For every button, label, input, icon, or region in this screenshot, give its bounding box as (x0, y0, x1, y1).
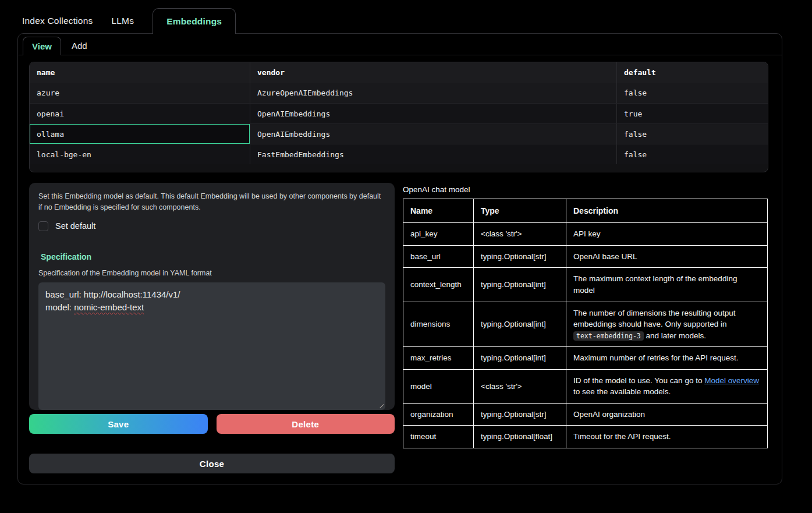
specification-heading: Specification (38, 252, 385, 261)
column-header-name: name (30, 62, 250, 83)
set-default-description: Set this Embedding model as default. Thi… (38, 191, 385, 214)
doc-cell-name: context_length (403, 268, 474, 302)
code-chip: text-embedding-3 (573, 331, 644, 341)
doc-cell-description: The number of dimensions the resulting o… (566, 302, 768, 347)
doc-row-context_length: context_lengthtyping.Optional[int]The ma… (403, 268, 768, 302)
tab-llms[interactable]: LLMs (102, 8, 143, 34)
cell-name[interactable]: azure (30, 83, 250, 103)
close-button[interactable]: Close (29, 454, 395, 473)
embeddings-panel: ViewAdd namevendordefault azureAzureOpen… (17, 33, 782, 484)
cell-name[interactable]: local-bge-en (30, 144, 250, 164)
doc-row-base_url: base_urltyping.Optional[str]OpenAI base … (403, 245, 768, 268)
table-row-openai[interactable]: openaiOpenAIEmbeddingstrue (30, 103, 768, 123)
cell-default[interactable]: true (616, 104, 768, 123)
doc-row-dimensions: dimensionstyping.Optional[int]The number… (403, 302, 768, 347)
table-row-ollama[interactable]: ollamaOpenAIEmbeddingsfalse (30, 123, 768, 144)
doc-cell-name: dimensions (403, 302, 474, 347)
cell-name[interactable]: ollama (30, 124, 250, 144)
doc-cell-name: max_retries (403, 347, 474, 370)
yaml-line-1: base_url: http://localhost:11434/v1/ (45, 288, 378, 302)
doc-cell-description: OpenAI organization (566, 403, 768, 426)
doc-cell-type: typing.Optional[int] (474, 347, 566, 370)
doc-column-type: Type (474, 199, 566, 223)
doc-row-api_key: api_key<class 'str'>API key (403, 223, 768, 246)
tab-index-collections[interactable]: Index Collections (17, 8, 102, 34)
doc-cell-type: typing.Optional[int] (474, 302, 566, 347)
doc-cell-type: typing.Optional[int] (474, 268, 566, 302)
model-doc-column: OpenAI chat model NameTypeDescription ap… (403, 185, 768, 448)
doc-cell-type: typing.Optional[str] (474, 245, 566, 268)
set-default-label: Set default (55, 221, 95, 231)
doc-cell-name: timeout (403, 426, 474, 448)
model-doc-header: NameTypeDescription (403, 199, 768, 223)
doc-cell-description: ID of the model to use. You can go to Mo… (566, 369, 768, 403)
default-and-spec-panel: Set this Embedding model as default. Thi… (29, 183, 395, 410)
subtab-view[interactable]: View (23, 37, 61, 55)
cell-default[interactable]: false (616, 144, 768, 164)
model-doc-body: api_key<class 'str'>API keybase_urltypin… (403, 223, 768, 448)
doc-row-organization: organizationtyping.Optional[str]OpenAI o… (403, 403, 768, 426)
cell-vendor[interactable]: AzureOpenAIEmbeddings (250, 83, 616, 103)
delete-button[interactable]: Delete (217, 414, 395, 434)
doc-cell-type: typing.Optional[float] (474, 426, 566, 448)
doc-cell-description: Timeout for the API request. (566, 426, 768, 448)
doc-row-model: model<class 'str'>ID of the model to use… (403, 369, 768, 403)
embeddings-table: namevendordefault azureAzureOpenAIEmbedd… (29, 62, 768, 172)
cell-vendor[interactable]: OpenAIEmbeddings (250, 124, 616, 144)
cell-name[interactable]: openai (30, 104, 250, 123)
doc-cell-type: typing.Optional[str] (474, 403, 566, 426)
main-tabs: Index CollectionsLLMsEmbeddings (17, 8, 236, 34)
detail-column: Set this Embedding model as default. Thi… (29, 183, 395, 473)
embeddings-table-header: namevendordefault (30, 62, 768, 83)
table-row-azure[interactable]: azureAzureOpenAIEmbeddingsfalse (30, 83, 768, 103)
doc-cell-name: model (403, 369, 474, 403)
cell-default[interactable]: false (616, 83, 768, 103)
embeddings-table-body: azureAzureOpenAIEmbeddingsfalseopenaiOpe… (30, 83, 768, 164)
doc-cell-name: api_key (403, 223, 474, 246)
doc-cell-type: <class 'str'> (474, 223, 566, 246)
doc-column-name: Name (403, 199, 474, 223)
tab-embeddings[interactable]: Embeddings (153, 8, 236, 34)
action-buttons: Save Delete (29, 414, 395, 434)
doc-row-max_retries: max_retriestyping.Optional[int]Maximum n… (403, 347, 768, 370)
cell-default[interactable]: false (616, 124, 768, 144)
model-overview-link[interactable]: Model overview (704, 376, 759, 385)
cell-vendor[interactable]: FastEmbedEmbeddings (250, 144, 616, 164)
doc-cell-description: API key (566, 223, 768, 246)
doc-cell-type: <class 'str'> (474, 369, 566, 403)
resize-grip-icon[interactable] (377, 402, 384, 408)
specification-subtitle: Specification of the Embedding model in … (38, 269, 385, 277)
subtab-add[interactable]: Add (61, 37, 98, 55)
set-default-checkbox[interactable] (38, 221, 48, 231)
table-row-local-bge-en[interactable]: local-bge-enFastEmbedEmbeddingsfalse (30, 144, 768, 164)
cell-vendor[interactable]: OpenAIEmbeddings (250, 104, 616, 123)
model-doc-table: NameTypeDescription api_key<class 'str'>… (403, 199, 768, 448)
model-doc-title: OpenAI chat model (403, 185, 768, 194)
save-button[interactable]: Save (29, 414, 208, 434)
doc-cell-name: organization (403, 403, 474, 426)
doc-cell-name: base_url (403, 245, 474, 268)
doc-column-description: Description (566, 199, 768, 223)
doc-cell-description: Maximum number of retries for the API re… (566, 347, 768, 370)
set-default-checkbox-row[interactable]: Set default (38, 221, 385, 231)
column-header-vendor: vendor (250, 62, 616, 83)
sub-tabs: ViewAdd (18, 34, 782, 55)
doc-cell-description: OpenAI base URL (566, 245, 768, 268)
doc-cell-description: The maximum context length of the embedd… (566, 268, 768, 302)
yaml-editor[interactable]: base_url: http://localhost:11434/v1/ mod… (38, 282, 385, 410)
yaml-model-value: nomic-embed-text (74, 302, 144, 312)
yaml-line-2: model: nomic-embed-text (45, 301, 378, 314)
doc-row-timeout: timeouttyping.Optional[float]Timeout for… (403, 426, 768, 448)
column-header-default: default (616, 62, 768, 83)
